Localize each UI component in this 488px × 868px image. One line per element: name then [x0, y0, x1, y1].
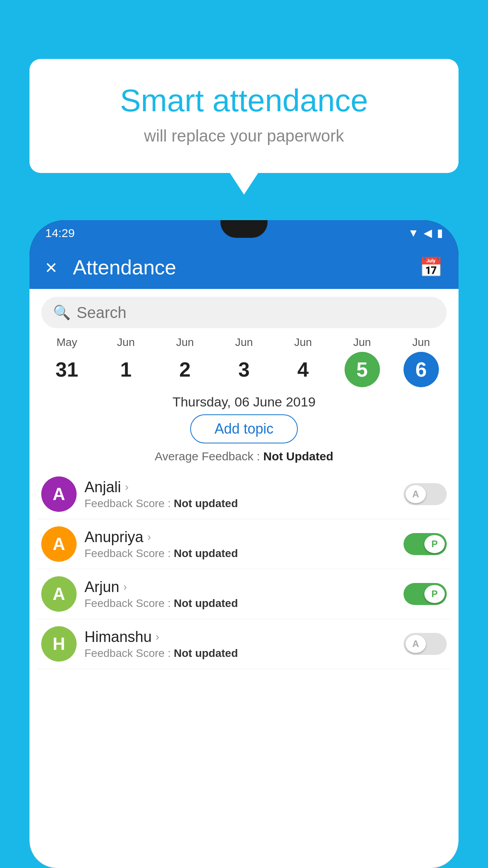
date-number: 1	[108, 352, 143, 387]
student-feedback: Feedback Score : Not updated	[84, 647, 396, 660]
student-list: AAnjali ›Feedback Score : Not updatedAAA…	[29, 469, 459, 669]
date-number: 6	[404, 352, 439, 387]
date-month: Jun	[412, 336, 430, 349]
date-column-31[interactable]: May31	[49, 336, 84, 387]
date-month: Jun	[294, 336, 312, 349]
add-topic-button[interactable]: Add topic	[190, 414, 298, 443]
notch	[220, 220, 268, 238]
wifi-icon: ▼	[408, 227, 419, 239]
attendance-toggle-wrap[interactable]: A	[404, 633, 447, 655]
status-time: 14:29	[45, 226, 75, 240]
date-number: 5	[345, 352, 380, 387]
battery-icon: ▮	[437, 226, 443, 239]
selected-date-label: Thursday, 06 June 2019	[29, 394, 459, 410]
attendance-toggle[interactable]: A	[404, 483, 447, 505]
student-name: Arjun ›	[84, 579, 396, 596]
attendance-toggle[interactable]: A	[404, 633, 447, 655]
toggle-knob: A	[405, 485, 426, 503]
date-month: Jun	[176, 336, 194, 349]
student-info: Anupriya ›Feedback Score : Not updated	[84, 529, 396, 560]
date-number: 31	[49, 352, 84, 387]
student-row[interactable]: AAnupriya ›Feedback Score : Not updatedP	[37, 519, 451, 569]
student-info: Himanshu ›Feedback Score : Not updated	[84, 629, 396, 660]
date-column-2[interactable]: Jun2	[167, 336, 203, 387]
attendance-toggle[interactable]: P	[404, 583, 447, 605]
date-column-4[interactable]: Jun4	[285, 336, 321, 387]
date-month: Jun	[117, 336, 135, 349]
search-icon: 🔍	[53, 304, 71, 321]
student-avatar: A	[41, 476, 77, 512]
date-month: Jun	[235, 336, 253, 349]
date-number: 4	[285, 352, 321, 387]
calendar-icon[interactable]: 📅	[419, 256, 443, 278]
bubble-title: Smart attendance	[61, 83, 427, 119]
student-name: Anupriya ›	[84, 529, 396, 546]
date-picker: May31Jun1Jun2Jun3Jun4Jun5Jun6	[29, 328, 459, 387]
speech-bubble: Smart attendance will replace your paper…	[29, 59, 459, 173]
bubble-subtitle: will replace your paperwork	[61, 127, 427, 145]
app-bar: × Attendance 📅	[29, 246, 459, 289]
student-info: Anjali ›Feedback Score : Not updated	[84, 479, 396, 510]
toggle-knob: P	[424, 535, 445, 553]
student-avatar: H	[41, 626, 77, 662]
search-bar[interactable]: 🔍	[41, 297, 447, 328]
student-feedback: Feedback Score : Not updated	[84, 547, 396, 560]
student-avatar: A	[41, 526, 77, 562]
student-row[interactable]: AAnjali ›Feedback Score : Not updatedA	[37, 469, 451, 519]
status-bar: 14:29 ▼ ◀ ▮	[29, 220, 459, 246]
student-info: Arjun ›Feedback Score : Not updated	[84, 579, 396, 610]
toggle-knob: P	[424, 585, 445, 603]
chevron-icon: ›	[125, 481, 128, 493]
date-column-6[interactable]: Jun6	[404, 336, 439, 387]
phone-frame: 14:29 ▼ ◀ ▮ × Attendance 📅 🔍 May31Jun1Ju…	[29, 220, 459, 868]
student-row[interactable]: HHimanshu ›Feedback Score : Not updatedA	[37, 619, 451, 669]
attendance-toggle-wrap[interactable]: P	[404, 533, 447, 555]
date-column-3[interactable]: Jun3	[226, 336, 262, 387]
date-column-1[interactable]: Jun1	[108, 336, 143, 387]
close-button[interactable]: ×	[45, 256, 57, 279]
chevron-icon: ›	[123, 581, 127, 593]
student-name: Anjali ›	[84, 479, 396, 496]
avg-feedback-label: Average Feedback :	[155, 450, 263, 463]
attendance-toggle-wrap[interactable]: A	[404, 483, 447, 505]
attendance-toggle[interactable]: P	[404, 533, 447, 555]
date-number: 3	[226, 352, 262, 387]
student-row[interactable]: AArjun ›Feedback Score : Not updatedP	[37, 569, 451, 619]
search-input[interactable]	[77, 304, 435, 322]
chevron-icon: ›	[156, 631, 159, 643]
avg-feedback-value: Not Updated	[263, 450, 333, 463]
attendance-toggle-wrap[interactable]: P	[404, 583, 447, 605]
date-column-5[interactable]: Jun5	[345, 336, 380, 387]
date-month: May	[57, 336, 77, 349]
screen-content: 🔍 May31Jun1Jun2Jun3Jun4Jun5Jun6 Thursday…	[29, 289, 459, 868]
student-avatar: A	[41, 576, 77, 612]
student-feedback: Feedback Score : Not updated	[84, 597, 396, 610]
average-feedback: Average Feedback : Not Updated	[29, 450, 459, 463]
app-bar-title: Attendance	[73, 256, 419, 279]
status-icons: ▼ ◀ ▮	[408, 226, 443, 239]
date-month: Jun	[353, 336, 371, 349]
student-name: Himanshu ›	[84, 629, 396, 645]
signal-icon: ◀	[424, 226, 432, 239]
toggle-knob: A	[405, 635, 426, 653]
student-feedback: Feedback Score : Not updated	[84, 497, 396, 510]
chevron-icon: ›	[147, 531, 151, 543]
date-number: 2	[167, 352, 203, 387]
